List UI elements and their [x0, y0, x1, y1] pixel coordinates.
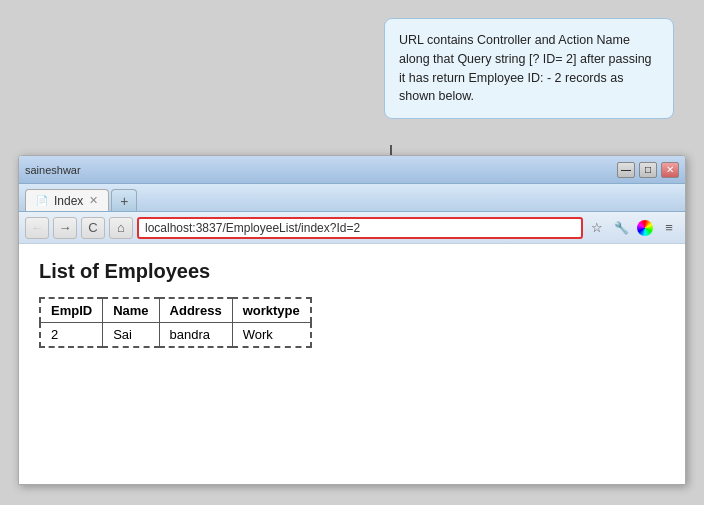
star-icon[interactable]: ☆ — [587, 218, 607, 238]
callout-box: URL contains Controller and Action Name … — [384, 18, 674, 119]
table-header-cell: Name — [103, 298, 159, 323]
wrench-icon[interactable]: 🔧 — [611, 218, 631, 238]
reload-button[interactable]: C — [81, 217, 105, 239]
table-cell: bandra — [159, 323, 232, 348]
table-header-cell: EmpID — [40, 298, 103, 323]
table-header-cell: Address — [159, 298, 232, 323]
window-controls: — □ ✕ — [617, 162, 679, 178]
close-button[interactable]: ✕ — [661, 162, 679, 178]
employee-table: EmpIDNameAddressworktype 2SaibandraWork — [39, 297, 312, 348]
table-body: 2SaibandraWork — [40, 323, 311, 348]
username-label: saineshwar — [25, 164, 81, 176]
tab-close-button[interactable]: ✕ — [89, 194, 98, 207]
tab-icon: 📄 — [36, 195, 48, 206]
table-cell: Sai — [103, 323, 159, 348]
table-cell: Work — [232, 323, 311, 348]
forward-icon: → — [59, 220, 72, 235]
back-button[interactable]: ← — [25, 217, 49, 239]
table-row: 2SaibandraWork — [40, 323, 311, 348]
table-header: EmpIDNameAddressworktype — [40, 298, 311, 323]
header-row: EmpIDNameAddressworktype — [40, 298, 311, 323]
callout-text: URL contains Controller and Action Name … — [399, 33, 652, 103]
title-bar: saineshwar — □ ✕ — [19, 156, 685, 184]
back-icon: ← — [31, 220, 44, 235]
browser-window: saineshwar — □ ✕ 📄 Index ✕ + ← → C ⌂ — [18, 155, 686, 485]
menu-icon[interactable]: ≡ — [659, 218, 679, 238]
address-bar[interactable] — [137, 217, 583, 239]
tab-label: Index — [54, 194, 83, 208]
page-content: List of Employees EmpIDNameAddressworkty… — [19, 244, 685, 482]
home-icon: ⌂ — [117, 220, 125, 235]
nav-icons: ☆ 🔧 ≡ — [587, 218, 679, 238]
forward-button[interactable]: → — [53, 217, 77, 239]
table-cell: 2 — [40, 323, 103, 348]
maximize-button[interactable]: □ — [639, 162, 657, 178]
minimize-button[interactable]: — — [617, 162, 635, 178]
color-wheel-icon[interactable] — [635, 218, 655, 238]
address-bar-container — [137, 217, 583, 239]
table-header-cell: worktype — [232, 298, 311, 323]
home-button[interactable]: ⌂ — [109, 217, 133, 239]
title-bar-left: saineshwar — [25, 164, 89, 176]
nav-bar: ← → C ⌂ ☆ 🔧 ≡ — [19, 212, 685, 244]
new-tab-button[interactable]: + — [111, 189, 137, 211]
tab-bar: 📄 Index ✕ + — [19, 184, 685, 212]
active-tab[interactable]: 📄 Index ✕ — [25, 189, 109, 211]
page-title: List of Employees — [39, 260, 665, 283]
color-wheel — [637, 220, 653, 236]
reload-icon: C — [88, 220, 97, 235]
